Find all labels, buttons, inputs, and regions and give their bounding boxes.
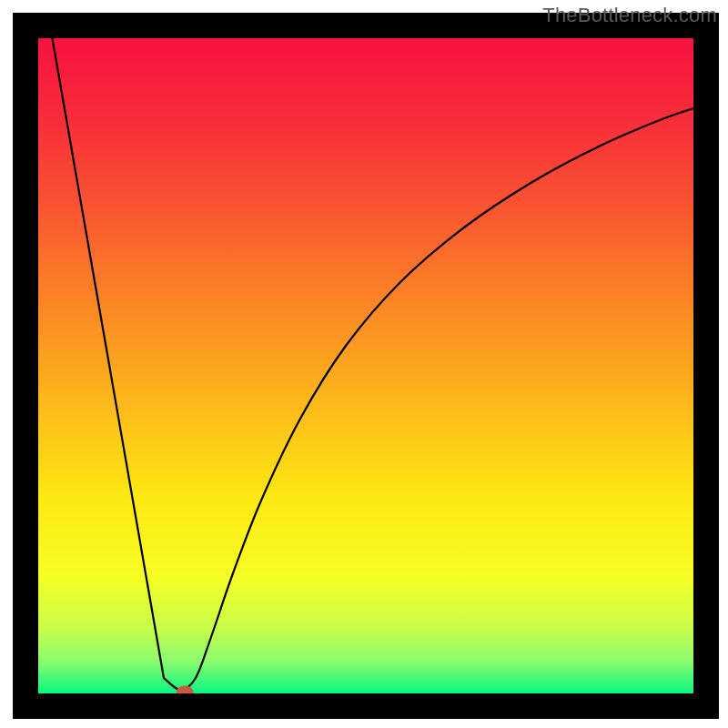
watermark-text: TheBottleneck.com <box>542 4 717 27</box>
chart-container: TheBottleneck.com <box>0 0 728 728</box>
chart-svg <box>0 0 728 728</box>
gradient-background <box>38 38 693 693</box>
